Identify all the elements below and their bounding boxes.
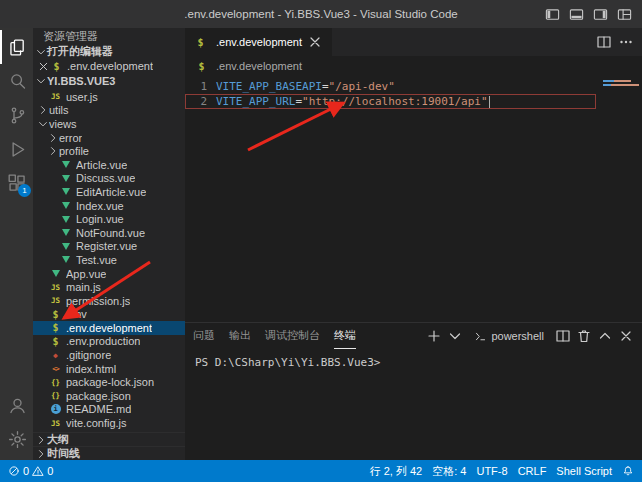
close-editor-icon[interactable] [37, 60, 50, 73]
minimap[interactable] [600, 76, 642, 322]
file-name: .env.production [66, 335, 140, 347]
tree-item-App.vue[interactable]: App.vue [33, 267, 185, 281]
text-cursor [489, 96, 491, 108]
extensions-badge: 1 [18, 184, 31, 197]
tree-item-Article.vue[interactable]: Article.vue [33, 158, 185, 172]
file-name: permission.js [66, 295, 130, 307]
kill-terminal-icon[interactable] [576, 328, 592, 344]
chevron-right-icon [37, 104, 49, 116]
json-file-icon: {} [49, 376, 62, 389]
code-token: = [322, 80, 329, 93]
file-name: package.json [66, 390, 131, 402]
open-editors-header[interactable]: 打开的编辑器 [33, 44, 185, 59]
bell-icon [622, 465, 634, 477]
line-number: 1 [185, 79, 207, 94]
file-name: Login.vue [76, 213, 124, 225]
tree-item-utils[interactable]: utils [33, 104, 185, 118]
open-editors-list: $.env.development [33, 59, 185, 73]
tree-item-EditArticle.vue[interactable]: EditArticle.vue [33, 185, 185, 199]
file-name: README.md [66, 403, 131, 415]
toggle-secondary-sidebar-icon[interactable] [593, 7, 608, 22]
shell-label: powershell [491, 330, 544, 342]
close-panel-icon[interactable] [618, 328, 634, 344]
activity-explorer[interactable] [0, 30, 33, 64]
panel-actions: powershell [426, 328, 634, 344]
close-tab-icon[interactable] [307, 34, 323, 50]
activity-settings[interactable] [0, 422, 33, 456]
tree-item-Test.vue[interactable]: Test.vue [33, 253, 185, 267]
problems-status[interactable]: 0 0 [8, 460, 53, 482]
more-actions-icon[interactable] [618, 34, 634, 50]
code-editor[interactable]: 1VITE_APP_BASEAPI="/api-dev"2VITE_APP_UR… [185, 76, 642, 322]
open-editor-item[interactable]: $.env.development [33, 59, 185, 73]
tree-item-.env[interactable]: $.env [33, 308, 185, 322]
tree-item-error[interactable]: error [33, 131, 185, 145]
tree-item-package-lock.json[interactable]: {}package-lock.json [33, 375, 185, 389]
tree-item-views[interactable]: views [33, 117, 185, 131]
tree-item-Login.vue[interactable]: Login.vue [33, 212, 185, 226]
search-icon [7, 71, 28, 92]
file-name: profile [59, 145, 89, 157]
tree-item-.gitignore[interactable]: ◆.gitignore [33, 348, 185, 362]
language-mode-status[interactable]: Shell Script [556, 460, 612, 482]
toggle-primary-sidebar-icon[interactable] [545, 7, 560, 22]
tree-item-Index.vue[interactable]: Index.vue [33, 199, 185, 213]
panel-header: 问题输出调试控制台终端 powershell [185, 323, 642, 349]
terminal-dropdown-chevron-icon[interactable] [447, 328, 463, 344]
encoding-status[interactable]: UTF-8 [476, 460, 507, 482]
timeline-section-header[interactable]: 时间线 [33, 446, 185, 460]
new-terminal-icon[interactable] [426, 328, 442, 344]
breadcrumb[interactable]: $ .env.development [185, 56, 642, 76]
panel-tab-终端[interactable]: 终端 [334, 323, 356, 349]
file-name: Index.vue [76, 200, 124, 212]
sidebar-title: 资源管理器 [33, 28, 185, 44]
toggle-panel-icon[interactable] [569, 7, 584, 22]
editor-tab-bar: $.env.development [185, 28, 642, 56]
customize-layout-icon[interactable] [617, 7, 632, 22]
indentation-status[interactable]: 空格: 4 [432, 460, 466, 482]
tree-item-README.md[interactable]: iREADME.md [33, 403, 185, 417]
tree-item-NotFound.vue[interactable]: NotFound.vue [33, 226, 185, 240]
activity-run-debug[interactable] [0, 132, 33, 166]
tree-item-package.json[interactable]: {}package.json [33, 389, 185, 403]
readme-file-icon: i [49, 403, 62, 416]
panel-tab-调试控制台[interactable]: 调试控制台 [265, 323, 320, 349]
panel-tab-问题[interactable]: 问题 [193, 323, 215, 349]
eol-status[interactable]: CRLF [518, 460, 547, 482]
notifications-bell[interactable] [622, 460, 634, 482]
tree-item-.env.production[interactable]: $.env.production [33, 335, 185, 349]
editor-tab-.env.development[interactable]: $.env.development [185, 28, 333, 56]
project-root-header[interactable]: YI.BBS.VUE3 [33, 73, 185, 88]
tree-item-vite.config.js[interactable]: JSvite.config.js [33, 416, 185, 430]
tree-item-permission.js[interactable]: JSpermission.js [33, 294, 185, 308]
activity-account[interactable] [0, 388, 33, 422]
split-editor-icon[interactable] [596, 34, 612, 50]
tree-item-index.html[interactable]: <>index.html [33, 362, 185, 376]
file-tree: JSuser.jsutilsviewserrorprofileArticle.v… [33, 88, 185, 432]
tree-item-profile[interactable]: profile [33, 144, 185, 158]
tree-item-Register.vue[interactable]: Register.vue [33, 240, 185, 254]
maximize-panel-icon[interactable] [597, 328, 613, 344]
activity-search[interactable] [0, 64, 33, 98]
outline-label: 大纲 [47, 432, 69, 447]
file-name: .env [66, 308, 87, 320]
file-name: error [59, 132, 82, 144]
timeline-label: 时间线 [47, 446, 80, 460]
tree-item-Discuss.vue[interactable]: Discuss.vue [33, 172, 185, 186]
terminal-shell-item[interactable]: powershell [468, 330, 550, 343]
tree-item-user.js[interactable]: JSuser.js [33, 90, 185, 104]
vue-file-icon [59, 213, 72, 226]
vue-file-icon [49, 267, 62, 280]
cursor-position-status[interactable]: 行 2, 列 42 [370, 460, 423, 482]
panel-tab-输出[interactable]: 输出 [229, 323, 251, 349]
terminal-output[interactable]: PS D:\CSharp\Yi\Yi.BBS.Vue3> [185, 349, 642, 460]
outline-section-header[interactable]: 大纲 [33, 432, 185, 446]
tree-item-main.js[interactable]: JSmain.js [33, 280, 185, 294]
warning-count: 0 [47, 465, 53, 477]
file-name: Article.vue [76, 159, 127, 171]
code-lines: 1VITE_APP_BASEAPI="/api-dev"2VITE_APP_UR… [185, 76, 642, 109]
split-terminal-icon[interactable] [555, 328, 571, 344]
tree-item-.env.development[interactable]: $.env.development [33, 321, 185, 335]
activity-extensions[interactable]: 1 [0, 166, 33, 200]
activity-source-control[interactable] [0, 98, 33, 132]
